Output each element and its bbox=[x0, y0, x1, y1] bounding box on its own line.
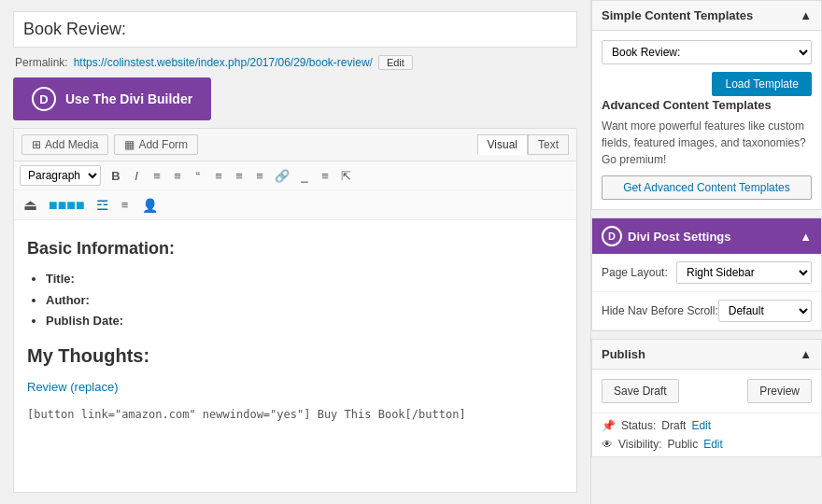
nav-select[interactable]: Default bbox=[718, 300, 812, 322]
tab-visual[interactable]: Visual bbox=[477, 134, 528, 155]
get-advanced-post: Content Templates bbox=[694, 181, 790, 194]
status-value: Draft bbox=[661, 419, 686, 432]
visibility-value: Public bbox=[667, 438, 698, 451]
divi-settings-icon: D bbox=[602, 226, 622, 246]
post-title-text: Book Review: bbox=[23, 20, 126, 38]
permalink-label: Permalink: bbox=[15, 56, 68, 69]
simple-templates-header: Simple Content Templates ▲ bbox=[592, 1, 821, 31]
content-list: Title: Author: Publish Date: bbox=[46, 270, 563, 331]
status-row: 📌 Status: Draft Edit bbox=[602, 419, 812, 432]
align-right-button[interactable]: ≡ bbox=[250, 167, 269, 185]
paragraph-format-select[interactable]: Paragraph bbox=[20, 165, 101, 186]
pin-icon: 📌 bbox=[602, 419, 616, 432]
get-advanced-button[interactable]: Get Advanced Content Templates bbox=[602, 175, 812, 200]
user-button[interactable]: 👤 bbox=[138, 196, 162, 215]
divi-letter: D bbox=[39, 92, 48, 106]
divi-settings-collapse-icon: ▲ bbox=[800, 230, 812, 244]
load-template-button[interactable]: Load Template bbox=[712, 72, 812, 96]
publish-actions: Save Draft Preview bbox=[592, 370, 821, 413]
color-button[interactable]: ■■■■ bbox=[45, 195, 89, 216]
insert-more-button[interactable]: ≡ bbox=[316, 167, 334, 185]
review-placeholder: Review (replace) bbox=[27, 378, 563, 398]
divi-settings-header: D Divi Post Settings ▲ bbox=[592, 218, 821, 254]
status-edit-link[interactable]: Edit bbox=[691, 419, 711, 432]
permalink-link[interactable]: https://colinstest.website/index.php/201… bbox=[74, 56, 373, 69]
divi-builder-label: Use The Divi Builder bbox=[65, 91, 192, 106]
editor-topbar: ⊞ Add Media ▦ Add Form Visual Text bbox=[14, 129, 576, 161]
status-label: Status: bbox=[621, 419, 656, 432]
advanced-templates-section: Advanced Content Templates Want more pow… bbox=[602, 98, 812, 200]
list-item-title: Title: bbox=[46, 270, 563, 289]
layout-label: Page Layout: bbox=[602, 266, 676, 279]
editor-content[interactable]: Basic Information: Title: Author: Publis… bbox=[14, 220, 576, 492]
divi-builder-button[interactable]: D Use The Divi Builder bbox=[13, 77, 211, 120]
divi-settings-title: Divi Post Settings bbox=[628, 230, 731, 244]
add-media-button[interactable]: ⊞ Add Media bbox=[21, 134, 108, 155]
bold-button[interactable]: B bbox=[106, 167, 125, 185]
insert-link-button[interactable]: 🔗 bbox=[271, 167, 293, 185]
simple-templates-content: Book Review: Load Template Advanced Cont… bbox=[592, 31, 821, 209]
divi-settings-nav-row: Hide Nav Before Scroll: Default bbox=[592, 292, 821, 330]
divi-settings-rows: Page Layout: Right Sidebar Hide Nav Befo… bbox=[592, 254, 821, 330]
publish-header: Publish ▲ bbox=[592, 340, 821, 370]
divi-settings-panel: D Divi Post Settings ▲ Page Layout: Righ… bbox=[591, 217, 822, 331]
toolbar-row-2: ⏏ ■■■■ ☲ ≡ 👤 bbox=[14, 190, 576, 220]
get-advanced-link-text: Advanced bbox=[644, 181, 693, 194]
right-panel: Simple Content Templates ▲ Book Review: … bbox=[590, 0, 822, 504]
remove-link-button[interactable]: ⎯ bbox=[295, 167, 314, 185]
nav-label: Hide Nav Before Scroll: bbox=[602, 304, 718, 317]
list-item-author: Author: bbox=[46, 291, 563, 311]
permalink-edit-button[interactable]: Edit bbox=[378, 55, 413, 70]
media-icon: ⊞ bbox=[32, 138, 41, 151]
ordered-list-button[interactable]: ≡ bbox=[168, 167, 187, 185]
visibility-label: Visibility: bbox=[618, 438, 661, 451]
layout-select[interactable]: Right Sidebar bbox=[676, 261, 812, 284]
post-title: Book Review: bbox=[13, 11, 577, 48]
add-form-button[interactable]: ▦ Add Form bbox=[114, 134, 198, 155]
list-item-publish-date: Publish Date: bbox=[46, 312, 563, 331]
simple-templates-panel: Simple Content Templates ▲ Book Review: … bbox=[591, 0, 822, 210]
visibility-row: 👁 Visibility: Public Edit bbox=[602, 438, 812, 451]
simple-templates-title: Simple Content Templates bbox=[602, 8, 753, 22]
advanced-templates-description: Want more powerful features like custom … bbox=[602, 118, 812, 168]
publish-title: Publish bbox=[602, 347, 645, 361]
blockquote-button[interactable]: “ bbox=[189, 167, 207, 185]
list-button[interactable]: ≡ bbox=[116, 196, 135, 214]
publish-info: 📌 Status: Draft Edit 👁 Visibility: Publi… bbox=[592, 413, 821, 456]
get-advanced-pre: Get bbox=[623, 181, 644, 194]
add-form-label: Add Form bbox=[138, 138, 188, 151]
italic-button[interactable]: I bbox=[127, 167, 146, 185]
publish-collapse-icon: ▲ bbox=[800, 347, 812, 361]
toolbar-row-1: Paragraph B I ≡ ≡ “ ≡ ≡ ≡ 🔗 ⎯ ≡ ⇱ bbox=[14, 161, 576, 190]
publish-panel: Publish ▲ Save Draft Preview 📌 Status: D… bbox=[591, 339, 822, 457]
align-left-button[interactable]: ≡ bbox=[209, 167, 228, 185]
visibility-edit-link[interactable]: Edit bbox=[703, 438, 723, 451]
editor-tabs: Visual Text bbox=[477, 134, 569, 155]
eye-icon: 👁 bbox=[602, 438, 613, 451]
save-draft-button[interactable]: Save Draft bbox=[602, 379, 679, 403]
template-select[interactable]: Book Review: bbox=[602, 40, 812, 64]
special-char-button[interactable]: ⏏ bbox=[20, 194, 41, 216]
permalink-bar: Permalink: https://colinstest.website/in… bbox=[13, 55, 577, 70]
tab-text[interactable]: Text bbox=[528, 134, 569, 155]
align-center-button[interactable]: ≡ bbox=[230, 167, 248, 185]
fullscreen-button[interactable]: ⇱ bbox=[336, 167, 355, 185]
content-heading-1: Basic Information: bbox=[27, 235, 563, 262]
shortcode-text: [button link="amazon.com" newwindow="yes… bbox=[27, 405, 563, 425]
table-button[interactable]: ☲ bbox=[92, 195, 112, 216]
divi-logo-circle: D bbox=[32, 87, 56, 111]
editor-container: ⊞ Add Media ▦ Add Form Visual Text Parag… bbox=[13, 128, 577, 493]
divi-settings-letter: D bbox=[608, 231, 616, 242]
form-icon: ▦ bbox=[124, 138, 135, 151]
content-heading-2: My Thoughts: bbox=[27, 341, 563, 371]
collapse-icon: ▲ bbox=[800, 8, 812, 22]
advanced-templates-header: Advanced Content Templates bbox=[602, 98, 812, 112]
left-panel: Book Review: Permalink: https://colinste… bbox=[0, 0, 590, 504]
divi-settings-layout-row: Page Layout: Right Sidebar bbox=[592, 254, 821, 292]
preview-button[interactable]: Preview bbox=[747, 379, 812, 403]
add-media-label: Add Media bbox=[45, 138, 98, 151]
unordered-list-button[interactable]: ≡ bbox=[148, 167, 166, 185]
